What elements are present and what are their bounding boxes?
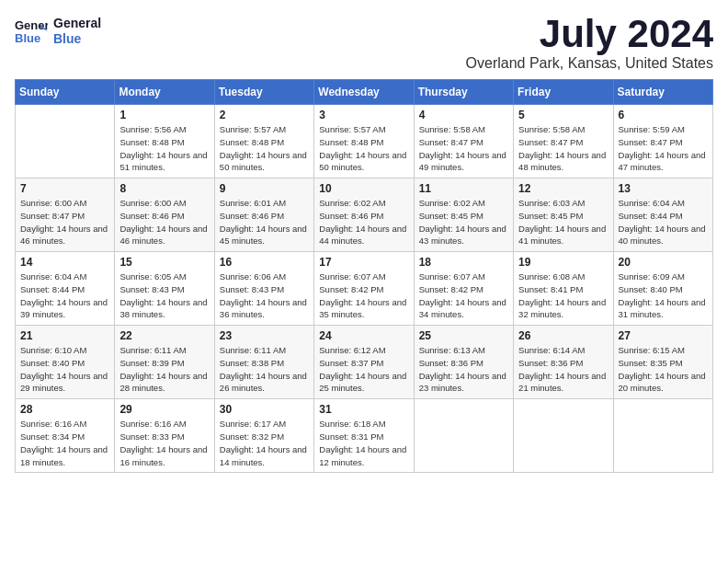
day-cell: 13Sunrise: 6:04 AMSunset: 8:44 PMDayligh… xyxy=(613,178,712,252)
day-number: 23 xyxy=(220,329,309,342)
day-info: Sunrise: 6:06 AMSunset: 8:43 PMDaylight:… xyxy=(220,270,309,321)
sunset-text: Sunset: 8:42 PM xyxy=(419,283,508,296)
daylight-line1: Daylight: 14 hours and xyxy=(419,296,508,309)
day-info: Sunrise: 6:02 AMSunset: 8:45 PMDaylight:… xyxy=(419,197,508,247)
day-number: 20 xyxy=(619,256,708,269)
daylight-line1: Daylight: 14 hours and xyxy=(619,223,708,236)
day-header-wednesday: Wednesday xyxy=(314,80,414,105)
day-cell: 15Sunrise: 6:05 AMSunset: 8:43 PMDayligh… xyxy=(115,252,214,326)
daylight-line2: 51 minutes. xyxy=(119,161,209,174)
day-number: 29 xyxy=(119,403,209,416)
sunrise-text: Sunrise: 6:16 AM xyxy=(119,418,209,431)
week-row-2: 7Sunrise: 6:00 AMSunset: 8:47 PMDaylight… xyxy=(16,178,713,252)
sunset-text: Sunset: 8:48 PM xyxy=(220,136,309,149)
daylight-line2: 12 minutes. xyxy=(319,456,408,469)
day-cell: 28Sunrise: 6:16 AMSunset: 8:34 PMDayligh… xyxy=(16,399,115,473)
calendar-table: SundayMondayTuesdayWednesdayThursdayFrid… xyxy=(15,79,713,473)
sunset-text: Sunset: 8:36 PM xyxy=(518,357,608,370)
day-number: 4 xyxy=(419,109,508,121)
daylight-line1: Daylight: 14 hours and xyxy=(220,223,309,236)
day-info: Sunrise: 6:16 AMSunset: 8:34 PMDaylight:… xyxy=(20,418,109,468)
day-cell: 14Sunrise: 6:04 AMSunset: 8:44 PMDayligh… xyxy=(16,252,115,326)
day-cell: 31Sunrise: 6:18 AMSunset: 8:31 PMDayligh… xyxy=(314,399,414,473)
day-info: Sunrise: 6:15 AMSunset: 8:35 PMDaylight:… xyxy=(619,344,708,395)
sunrise-text: Sunrise: 6:15 AM xyxy=(619,344,708,357)
day-number: 12 xyxy=(518,182,608,195)
day-number: 28 xyxy=(20,403,109,416)
daylight-line2: 14 minutes. xyxy=(220,456,309,469)
day-info: Sunrise: 6:05 AMSunset: 8:43 PMDaylight:… xyxy=(119,270,209,321)
day-number: 8 xyxy=(119,182,209,195)
daylight-line1: Daylight: 14 hours and xyxy=(20,443,109,456)
sunrise-text: Sunrise: 6:12 AM xyxy=(319,344,408,357)
day-cell: 30Sunrise: 6:17 AMSunset: 8:32 PMDayligh… xyxy=(214,399,313,473)
daylight-line1: Daylight: 14 hours and xyxy=(319,370,408,383)
sunset-text: Sunset: 8:47 PM xyxy=(518,136,608,149)
day-info: Sunrise: 5:56 AMSunset: 8:48 PMDaylight:… xyxy=(119,123,209,174)
calendar-body: 1Sunrise: 5:56 AMSunset: 8:48 PMDaylight… xyxy=(16,105,713,473)
daylight-line2: 47 minutes. xyxy=(619,161,708,174)
day-header-sunday: Sunday xyxy=(16,80,115,105)
day-cell: 27Sunrise: 6:15 AMSunset: 8:35 PMDayligh… xyxy=(613,326,712,399)
day-info: Sunrise: 6:14 AMSunset: 8:36 PMDaylight:… xyxy=(518,344,608,395)
sunset-text: Sunset: 8:36 PM xyxy=(419,357,508,370)
daylight-line2: 38 minutes. xyxy=(119,308,209,321)
sunset-text: Sunset: 8:35 PM xyxy=(619,357,708,370)
daylight-line1: Daylight: 14 hours and xyxy=(419,223,508,236)
sunrise-text: Sunrise: 6:02 AM xyxy=(319,197,408,210)
day-number: 13 xyxy=(619,182,708,195)
day-info: Sunrise: 5:58 AMSunset: 8:47 PMDaylight:… xyxy=(518,123,608,174)
sunset-text: Sunset: 8:38 PM xyxy=(220,357,309,370)
day-number: 7 xyxy=(20,182,109,195)
sunset-text: Sunset: 8:34 PM xyxy=(20,431,109,443)
day-cell: 21Sunrise: 6:10 AMSunset: 8:40 PMDayligh… xyxy=(16,326,115,399)
day-cell: 29Sunrise: 6:16 AMSunset: 8:33 PMDayligh… xyxy=(115,399,214,473)
day-cell: 6Sunrise: 5:59 AMSunset: 8:47 PMDaylight… xyxy=(613,105,712,178)
sunset-text: Sunset: 8:33 PM xyxy=(119,431,209,443)
week-row-1: 1Sunrise: 5:56 AMSunset: 8:48 PMDaylight… xyxy=(16,105,713,178)
day-info: Sunrise: 6:13 AMSunset: 8:36 PMDaylight:… xyxy=(419,344,508,395)
day-info: Sunrise: 6:02 AMSunset: 8:46 PMDaylight:… xyxy=(319,197,408,247)
week-row-5: 28Sunrise: 6:16 AMSunset: 8:34 PMDayligh… xyxy=(16,399,713,473)
daylight-line2: 45 minutes. xyxy=(220,235,309,247)
day-number: 9 xyxy=(220,182,309,195)
sunset-text: Sunset: 8:44 PM xyxy=(619,210,708,223)
sunrise-text: Sunrise: 6:04 AM xyxy=(20,270,109,283)
sunrise-text: Sunrise: 6:02 AM xyxy=(419,197,508,210)
day-number: 11 xyxy=(419,182,508,195)
day-info: Sunrise: 6:12 AMSunset: 8:37 PMDaylight:… xyxy=(319,344,408,395)
sunrise-text: Sunrise: 5:57 AM xyxy=(319,123,408,136)
day-info: Sunrise: 5:57 AMSunset: 8:48 PMDaylight:… xyxy=(319,123,408,174)
daylight-line2: 25 minutes. xyxy=(319,382,408,395)
sunrise-text: Sunrise: 6:06 AM xyxy=(220,270,309,283)
daylight-line2: 29 minutes. xyxy=(20,382,109,395)
daylight-line2: 46 minutes. xyxy=(20,235,109,247)
sunset-text: Sunset: 8:47 PM xyxy=(20,210,109,223)
sunset-text: Sunset: 8:31 PM xyxy=(319,431,408,443)
daylight-line2: 31 minutes. xyxy=(619,308,708,321)
day-cell: 8Sunrise: 6:00 AMSunset: 8:46 PMDaylight… xyxy=(115,178,214,252)
month-title: July 2024 xyxy=(466,15,713,53)
day-info: Sunrise: 6:11 AMSunset: 8:38 PMDaylight:… xyxy=(220,344,309,395)
day-cell xyxy=(414,399,513,473)
sunrise-text: Sunrise: 6:16 AM xyxy=(20,418,109,431)
sunrise-text: Sunrise: 6:17 AM xyxy=(220,418,309,431)
sunset-text: Sunset: 8:47 PM xyxy=(419,136,508,149)
daylight-line1: Daylight: 14 hours and xyxy=(119,296,209,309)
sunrise-text: Sunrise: 6:08 AM xyxy=(518,270,608,283)
day-cell: 24Sunrise: 6:12 AMSunset: 8:37 PMDayligh… xyxy=(314,326,414,399)
day-info: Sunrise: 5:57 AMSunset: 8:48 PMDaylight:… xyxy=(220,123,309,174)
daylight-line2: 28 minutes. xyxy=(119,382,209,395)
sunrise-text: Sunrise: 6:01 AM xyxy=(220,197,309,210)
title-section: July 2024 Overland Park, Kansas, United … xyxy=(466,15,713,72)
sunrise-text: Sunrise: 6:04 AM xyxy=(619,197,708,210)
daylight-line2: 36 minutes. xyxy=(220,308,309,321)
daylight-line2: 50 minutes. xyxy=(220,161,309,174)
day-info: Sunrise: 6:07 AMSunset: 8:42 PMDaylight:… xyxy=(419,270,508,321)
daylight-line1: Daylight: 14 hours and xyxy=(518,223,608,236)
daylight-line2: 26 minutes. xyxy=(220,382,309,395)
day-number: 10 xyxy=(319,182,408,195)
day-info: Sunrise: 6:04 AMSunset: 8:44 PMDaylight:… xyxy=(20,270,109,321)
day-number: 16 xyxy=(220,256,309,269)
daylight-line1: Daylight: 14 hours and xyxy=(220,149,309,162)
